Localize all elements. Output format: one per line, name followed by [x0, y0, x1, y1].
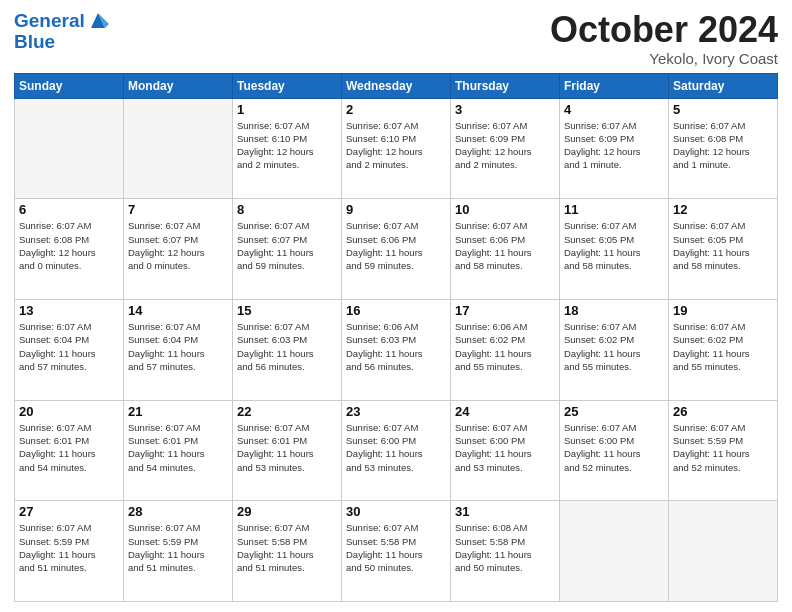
day-info: Sunrise: 6:07 AM Sunset: 6:04 PM Dayligh… — [128, 320, 228, 373]
calendar-day-cell: 20Sunrise: 6:07 AM Sunset: 6:01 PM Dayli… — [15, 400, 124, 501]
day-number: 21 — [128, 404, 228, 419]
calendar-day-cell: 19Sunrise: 6:07 AM Sunset: 6:02 PM Dayli… — [669, 299, 778, 400]
calendar-day-cell — [669, 501, 778, 602]
day-number: 5 — [673, 102, 773, 117]
day-info: Sunrise: 6:07 AM Sunset: 6:10 PM Dayligh… — [237, 119, 337, 172]
calendar-week-row: 13Sunrise: 6:07 AM Sunset: 6:04 PM Dayli… — [15, 299, 778, 400]
calendar-day-cell: 5Sunrise: 6:07 AM Sunset: 6:08 PM Daylig… — [669, 98, 778, 199]
weekday-header: Friday — [560, 73, 669, 98]
day-info: Sunrise: 6:07 AM Sunset: 5:59 PM Dayligh… — [19, 521, 119, 574]
day-number: 3 — [455, 102, 555, 117]
day-number: 4 — [564, 102, 664, 117]
day-info: Sunrise: 6:07 AM Sunset: 6:06 PM Dayligh… — [455, 219, 555, 272]
day-number: 14 — [128, 303, 228, 318]
calendar-week-row: 1Sunrise: 6:07 AM Sunset: 6:10 PM Daylig… — [15, 98, 778, 199]
day-info: Sunrise: 6:07 AM Sunset: 6:01 PM Dayligh… — [237, 421, 337, 474]
page: General Blue October 2024 Yekolo, Ivory … — [0, 0, 792, 612]
day-number: 15 — [237, 303, 337, 318]
logo-blue: Blue — [14, 32, 109, 52]
day-info: Sunrise: 6:08 AM Sunset: 5:58 PM Dayligh… — [455, 521, 555, 574]
calendar-day-cell: 14Sunrise: 6:07 AM Sunset: 6:04 PM Dayli… — [124, 299, 233, 400]
day-number: 12 — [673, 202, 773, 217]
calendar-day-cell — [15, 98, 124, 199]
month-title: October 2024 — [550, 10, 778, 50]
day-info: Sunrise: 6:07 AM Sunset: 6:04 PM Dayligh… — [19, 320, 119, 373]
day-info: Sunrise: 6:07 AM Sunset: 6:09 PM Dayligh… — [564, 119, 664, 172]
day-number: 9 — [346, 202, 446, 217]
calendar-day-cell: 27Sunrise: 6:07 AM Sunset: 5:59 PM Dayli… — [15, 501, 124, 602]
calendar-day-cell: 30Sunrise: 6:07 AM Sunset: 5:58 PM Dayli… — [342, 501, 451, 602]
calendar-table: SundayMondayTuesdayWednesdayThursdayFrid… — [14, 73, 778, 602]
day-info: Sunrise: 6:07 AM Sunset: 6:00 PM Dayligh… — [346, 421, 446, 474]
day-number: 18 — [564, 303, 664, 318]
calendar-header-row: SundayMondayTuesdayWednesdayThursdayFrid… — [15, 73, 778, 98]
day-number: 27 — [19, 504, 119, 519]
day-number: 24 — [455, 404, 555, 419]
calendar-body: 1Sunrise: 6:07 AM Sunset: 6:10 PM Daylig… — [15, 98, 778, 601]
weekday-header: Wednesday — [342, 73, 451, 98]
day-number: 19 — [673, 303, 773, 318]
day-number: 2 — [346, 102, 446, 117]
day-info: Sunrise: 6:07 AM Sunset: 6:10 PM Dayligh… — [346, 119, 446, 172]
calendar-day-cell: 4Sunrise: 6:07 AM Sunset: 6:09 PM Daylig… — [560, 98, 669, 199]
day-number: 26 — [673, 404, 773, 419]
day-info: Sunrise: 6:07 AM Sunset: 6:03 PM Dayligh… — [237, 320, 337, 373]
calendar-day-cell: 16Sunrise: 6:06 AM Sunset: 6:03 PM Dayli… — [342, 299, 451, 400]
day-info: Sunrise: 6:07 AM Sunset: 6:02 PM Dayligh… — [673, 320, 773, 373]
calendar-day-cell: 25Sunrise: 6:07 AM Sunset: 6:00 PM Dayli… — [560, 400, 669, 501]
day-number: 20 — [19, 404, 119, 419]
calendar-week-row: 27Sunrise: 6:07 AM Sunset: 5:59 PM Dayli… — [15, 501, 778, 602]
calendar-day-cell: 18Sunrise: 6:07 AM Sunset: 6:02 PM Dayli… — [560, 299, 669, 400]
day-number: 16 — [346, 303, 446, 318]
weekday-header: Sunday — [15, 73, 124, 98]
calendar-day-cell: 8Sunrise: 6:07 AM Sunset: 6:07 PM Daylig… — [233, 199, 342, 300]
calendar-day-cell: 1Sunrise: 6:07 AM Sunset: 6:10 PM Daylig… — [233, 98, 342, 199]
day-info: Sunrise: 6:06 AM Sunset: 6:03 PM Dayligh… — [346, 320, 446, 373]
calendar-day-cell: 31Sunrise: 6:08 AM Sunset: 5:58 PM Dayli… — [451, 501, 560, 602]
day-info: Sunrise: 6:07 AM Sunset: 6:05 PM Dayligh… — [564, 219, 664, 272]
title-block: October 2024 Yekolo, Ivory Coast — [550, 10, 778, 67]
day-number: 6 — [19, 202, 119, 217]
calendar-week-row: 6Sunrise: 6:07 AM Sunset: 6:08 PM Daylig… — [15, 199, 778, 300]
calendar-day-cell: 12Sunrise: 6:07 AM Sunset: 6:05 PM Dayli… — [669, 199, 778, 300]
calendar-day-cell: 26Sunrise: 6:07 AM Sunset: 5:59 PM Dayli… — [669, 400, 778, 501]
calendar-day-cell: 10Sunrise: 6:07 AM Sunset: 6:06 PM Dayli… — [451, 199, 560, 300]
weekday-header: Saturday — [669, 73, 778, 98]
day-info: Sunrise: 6:07 AM Sunset: 6:00 PM Dayligh… — [455, 421, 555, 474]
calendar-day-cell: 11Sunrise: 6:07 AM Sunset: 6:05 PM Dayli… — [560, 199, 669, 300]
day-number: 7 — [128, 202, 228, 217]
day-number: 23 — [346, 404, 446, 419]
day-number: 28 — [128, 504, 228, 519]
day-number: 11 — [564, 202, 664, 217]
day-number: 31 — [455, 504, 555, 519]
calendar-day-cell: 23Sunrise: 6:07 AM Sunset: 6:00 PM Dayli… — [342, 400, 451, 501]
day-info: Sunrise: 6:07 AM Sunset: 6:02 PM Dayligh… — [564, 320, 664, 373]
weekday-header: Monday — [124, 73, 233, 98]
day-info: Sunrise: 6:07 AM Sunset: 5:59 PM Dayligh… — [128, 521, 228, 574]
day-number: 25 — [564, 404, 664, 419]
calendar-day-cell: 21Sunrise: 6:07 AM Sunset: 6:01 PM Dayli… — [124, 400, 233, 501]
calendar-day-cell: 13Sunrise: 6:07 AM Sunset: 6:04 PM Dayli… — [15, 299, 124, 400]
weekday-header: Thursday — [451, 73, 560, 98]
day-info: Sunrise: 6:07 AM Sunset: 5:59 PM Dayligh… — [673, 421, 773, 474]
calendar-day-cell: 3Sunrise: 6:07 AM Sunset: 6:09 PM Daylig… — [451, 98, 560, 199]
day-info: Sunrise: 6:07 AM Sunset: 6:08 PM Dayligh… — [19, 219, 119, 272]
day-number: 22 — [237, 404, 337, 419]
day-number: 8 — [237, 202, 337, 217]
day-info: Sunrise: 6:07 AM Sunset: 6:08 PM Dayligh… — [673, 119, 773, 172]
day-number: 29 — [237, 504, 337, 519]
calendar-day-cell: 24Sunrise: 6:07 AM Sunset: 6:00 PM Dayli… — [451, 400, 560, 501]
day-info: Sunrise: 6:07 AM Sunset: 6:06 PM Dayligh… — [346, 219, 446, 272]
calendar-day-cell: 2Sunrise: 6:07 AM Sunset: 6:10 PM Daylig… — [342, 98, 451, 199]
day-number: 30 — [346, 504, 446, 519]
logo-general: General — [14, 11, 85, 31]
calendar-day-cell: 28Sunrise: 6:07 AM Sunset: 5:59 PM Dayli… — [124, 501, 233, 602]
day-info: Sunrise: 6:07 AM Sunset: 6:05 PM Dayligh… — [673, 219, 773, 272]
calendar-week-row: 20Sunrise: 6:07 AM Sunset: 6:01 PM Dayli… — [15, 400, 778, 501]
day-info: Sunrise: 6:07 AM Sunset: 5:58 PM Dayligh… — [237, 521, 337, 574]
calendar-day-cell: 29Sunrise: 6:07 AM Sunset: 5:58 PM Dayli… — [233, 501, 342, 602]
calendar-day-cell: 6Sunrise: 6:07 AM Sunset: 6:08 PM Daylig… — [15, 199, 124, 300]
day-info: Sunrise: 6:07 AM Sunset: 5:58 PM Dayligh… — [346, 521, 446, 574]
logo-icon — [87, 10, 109, 32]
header: General Blue October 2024 Yekolo, Ivory … — [14, 10, 778, 67]
